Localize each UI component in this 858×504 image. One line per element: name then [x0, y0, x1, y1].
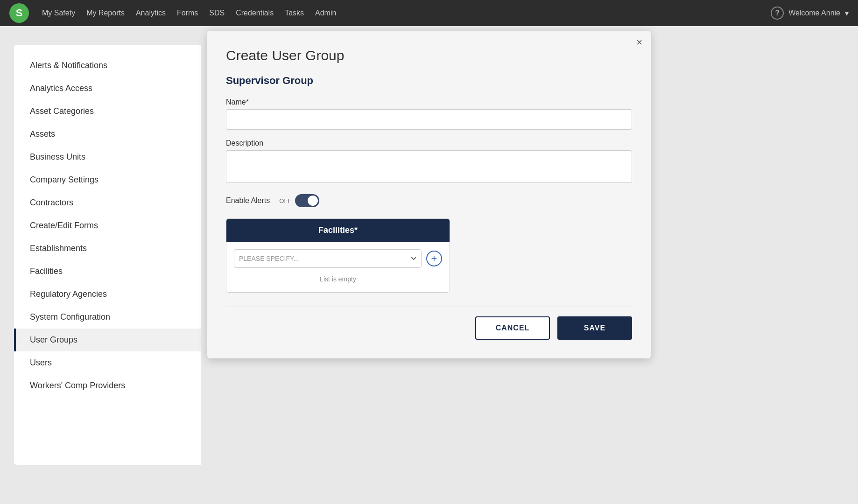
name-label: Name*: [226, 98, 632, 106]
modal-subtitle: Supervisor Group: [226, 75, 632, 87]
nav-credentials[interactable]: Credentials: [236, 9, 274, 17]
modal-close-button[interactable]: ×: [636, 37, 642, 48]
enable-alerts-label: Enable Alerts: [226, 196, 270, 205]
page-content: Alerts & Notifications Analytics Access …: [0, 26, 858, 483]
welcome-text: Welcome Annie: [788, 9, 840, 17]
nav-admin[interactable]: Admin: [315, 9, 336, 17]
nav-analytics[interactable]: Analytics: [136, 9, 166, 17]
top-navigation: S My Safety My Reports Analytics Forms S…: [0, 0, 858, 26]
facilities-select[interactable]: PLEASE SPECIFY...: [234, 249, 422, 268]
nav-forms[interactable]: Forms: [177, 9, 198, 17]
cancel-button[interactable]: CANCEL: [475, 316, 550, 340]
modal-title: Create User Group: [226, 48, 632, 63]
description-input[interactable]: [226, 150, 632, 183]
app-logo[interactable]: S: [9, 3, 29, 23]
create-user-group-modal: × Create User Group Supervisor Group Nam…: [207, 31, 651, 358]
facilities-empty-text: List is empty: [234, 273, 442, 285]
nav-links: My Safety My Reports Analytics Forms SDS…: [42, 9, 758, 17]
modal-footer: CANCEL SAVE: [226, 307, 632, 340]
nav-my-reports[interactable]: My Reports: [86, 9, 125, 17]
facilities-select-row: PLEASE SPECIFY... +: [234, 249, 442, 268]
enable-alerts-row: Enable Alerts OFF: [226, 194, 632, 207]
toggle-container: OFF: [279, 194, 319, 207]
nav-tasks[interactable]: Tasks: [285, 9, 304, 17]
help-icon[interactable]: ?: [771, 7, 784, 20]
enable-alerts-toggle[interactable]: [295, 194, 319, 207]
nav-right: ? Welcome Annie ▾: [771, 7, 849, 20]
nav-sds[interactable]: SDS: [209, 9, 225, 17]
facilities-add-button[interactable]: +: [426, 251, 442, 266]
modal-overlay: × Create User Group Supervisor Group Nam…: [0, 26, 858, 483]
user-dropdown-icon[interactable]: ▾: [845, 9, 849, 18]
facilities-header: Facilities*: [226, 219, 450, 242]
facilities-box: Facilities* PLEASE SPECIFY... + List is …: [226, 218, 450, 293]
name-input[interactable]: [226, 109, 632, 130]
toggle-knob: [308, 196, 318, 206]
save-button[interactable]: SAVE: [557, 316, 632, 340]
toggle-off-label: OFF: [279, 197, 291, 204]
description-label: Description: [226, 139, 632, 147]
nav-my-safety[interactable]: My Safety: [42, 9, 75, 17]
facilities-body: PLEASE SPECIFY... + List is empty: [226, 242, 450, 292]
